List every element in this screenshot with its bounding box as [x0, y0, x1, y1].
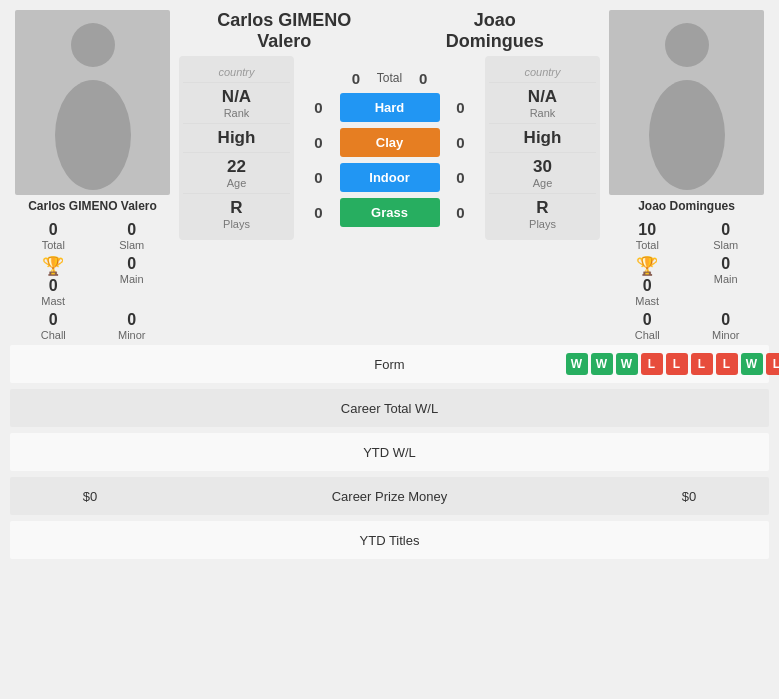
- total-p2-score: 0: [408, 70, 438, 87]
- clay-p2-score: 0: [446, 134, 476, 151]
- form-badges-container: WWWLLLLWLL: [609, 345, 769, 383]
- p1-column: Carlos GIMENO Valero 0 Total 0 Slam 🏆 0 …: [10, 10, 175, 345]
- form-row: Form WWWLLLLWLL: [10, 345, 769, 383]
- grass-p1-score: 0: [304, 204, 334, 221]
- p2-name-under: Joao Domingues: [632, 195, 741, 217]
- career-wl-right: [609, 400, 769, 416]
- p1-high-val: High: [218, 128, 256, 148]
- p2-high-item: High: [524, 124, 562, 152]
- p2-chall-label: Chall: [635, 329, 660, 341]
- p1-minor-label: Minor: [118, 329, 146, 341]
- ytd-wl-left: [10, 444, 170, 460]
- p2-photo: [609, 10, 764, 195]
- svg-point-1: [55, 80, 131, 190]
- grass-p2-score: 0: [446, 204, 476, 221]
- p1-mast-label: Mast: [41, 295, 65, 307]
- p2-total-value: 10: [638, 221, 656, 239]
- grass-button[interactable]: Grass: [340, 198, 440, 227]
- p1-high-item: High: [218, 124, 256, 152]
- indoor-p1-score: 0: [304, 169, 334, 186]
- form-badges: WWWLLLLWLL: [566, 353, 780, 375]
- p1-age-val: 22: [227, 157, 246, 177]
- p1-country: country: [218, 66, 254, 78]
- p1-minor-value: 0: [127, 311, 136, 329]
- p2-slam-value: 0: [721, 221, 730, 239]
- p1-slam-label: Slam: [119, 239, 144, 251]
- form-badge-w: W: [566, 353, 588, 375]
- p2-mast-label: Mast: [635, 295, 659, 307]
- p2-slam-cell: 0 Slam: [691, 221, 762, 251]
- p2-main-label: Main: [714, 273, 738, 285]
- p1-mast-cell: 🏆 0 Mast: [18, 255, 89, 307]
- ytd-titles-right: [609, 532, 769, 548]
- p1-country-item: country: [218, 62, 254, 82]
- p2-age-val: 30: [533, 157, 552, 177]
- hard-p1-score: 0: [304, 99, 334, 116]
- form-badge-w: W: [741, 353, 763, 375]
- p1-age-lbl: Age: [227, 177, 247, 189]
- indoor-row: 0 Indoor 0: [298, 163, 481, 192]
- p1-silhouette: [43, 15, 143, 190]
- bottom-section: Form WWWLLLLWLL Career Total W/L YTD W/L…: [0, 345, 779, 575]
- courts-stats-row: country N/A Rank High 22 Age: [179, 56, 600, 240]
- top-players-area: Carlos GIMENO Valero 0 Total 0 Slam 🏆 0 …: [0, 0, 779, 345]
- grass-row: 0 Grass 0: [298, 198, 481, 227]
- ytd-titles-label: YTD Titles: [170, 533, 609, 548]
- hard-button[interactable]: Hard: [340, 93, 440, 122]
- clay-p1-score: 0: [304, 134, 334, 151]
- svg-point-2: [665, 23, 709, 67]
- p1-stats-panel: country N/A Rank High 22 Age: [179, 56, 294, 240]
- main-container: Carlos GIMENO Valero 0 Total 0 Slam 🏆 0 …: [0, 0, 779, 575]
- p2-country: country: [524, 66, 560, 78]
- ytd-titles-row: YTD Titles: [10, 521, 769, 559]
- clay-row: 0 Clay 0: [298, 128, 481, 157]
- p2-trophy-icon: 🏆: [636, 255, 658, 277]
- p1-slam-cell: 0 Slam: [97, 221, 168, 251]
- p2-silhouette: [637, 15, 737, 190]
- p2-high-val: High: [524, 128, 562, 148]
- p1-plays-val: R: [230, 198, 242, 218]
- indoor-p2-score: 0: [446, 169, 476, 186]
- p2-stats-panel: country N/A Rank High 30 Age: [485, 56, 600, 240]
- career-wl-label: Career Total W/L: [170, 401, 609, 416]
- svg-point-3: [649, 80, 725, 190]
- p2-rank-lbl: Rank: [530, 107, 556, 119]
- p2-stats-grid: 10 Total 0 Slam 🏆 0 Mast 0 Main 0: [604, 217, 769, 345]
- names-row: Carlos GIMENO Valero Joao Domingues: [179, 10, 600, 56]
- form-label: Form: [170, 357, 609, 372]
- p2-plays-lbl: Plays: [529, 218, 556, 230]
- p1-chall-cell: 0 Chall: [18, 311, 89, 341]
- p2-total-label: Total: [636, 239, 659, 251]
- p2-age-item: 30 Age: [533, 153, 553, 193]
- p1-plays-item: R Plays: [223, 194, 250, 234]
- p2-plays-val: R: [536, 198, 548, 218]
- prize-left: $0: [10, 481, 170, 512]
- clay-button[interactable]: Clay: [340, 128, 440, 157]
- p1-name-under: Carlos GIMENO Valero: [22, 195, 163, 217]
- p1-total-value: 0: [49, 221, 58, 239]
- p2-plays-item: R Plays: [529, 194, 556, 234]
- prize-right: $0: [609, 481, 769, 512]
- indoor-button[interactable]: Indoor: [340, 163, 440, 192]
- total-row: 0 Total 0: [298, 70, 481, 87]
- form-badge-l: L: [691, 353, 713, 375]
- middle-section: Carlos GIMENO Valero Joao Domingues coun…: [179, 10, 600, 240]
- form-badge-l: L: [716, 353, 738, 375]
- p2-main-cell: 0 Main: [691, 255, 762, 307]
- p2-rank-item: N/A Rank: [528, 83, 557, 123]
- p1-main-value: 0: [127, 255, 136, 273]
- p2-total-cell: 10 Total: [612, 221, 683, 251]
- p1-rank-val: N/A: [222, 87, 251, 107]
- p2-chall-cell: 0 Chall: [612, 311, 683, 341]
- p1-chall-label: Chall: [41, 329, 66, 341]
- form-badge-l: L: [766, 353, 780, 375]
- p2-rank-val: N/A: [528, 87, 557, 107]
- p1-age-item: 22 Age: [227, 153, 247, 193]
- p2-minor-value: 0: [721, 311, 730, 329]
- p2-minor-label: Minor: [712, 329, 740, 341]
- courts-middle: 0 Total 0 0 Hard 0 0 Clay 0: [298, 56, 481, 240]
- p2-age-lbl: Age: [533, 177, 553, 189]
- form-badge-l: L: [666, 353, 688, 375]
- p2-chall-value: 0: [643, 311, 652, 329]
- p2-main-value: 0: [721, 255, 730, 273]
